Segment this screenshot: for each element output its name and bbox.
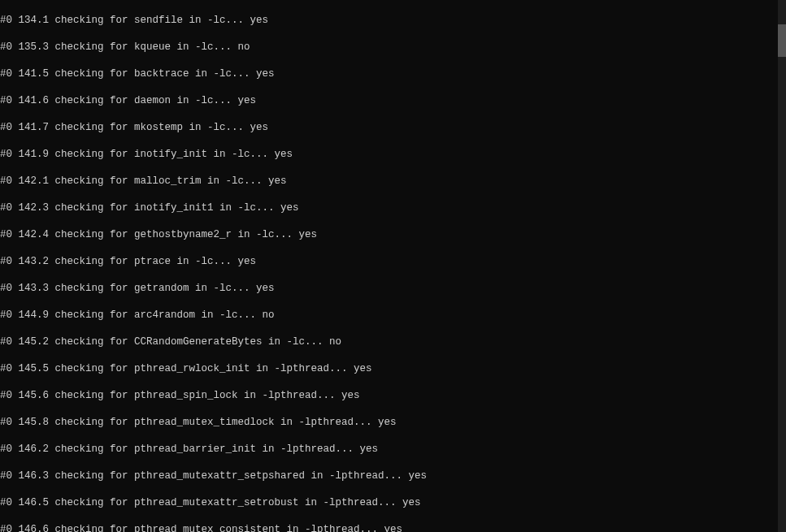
log-line: #0 146.6 checking for pthread_mutex_cons… <box>0 523 778 533</box>
scrollbar-thumb[interactable] <box>778 24 786 57</box>
log-line: #0 145.8 checking for pthread_mutex_time… <box>0 416 778 430</box>
log-line: #0 143.3 checking for getrandom in -lc..… <box>0 282 778 296</box>
terminal-output: #0 134.1 checking for sendfile in -lc...… <box>0 0 778 532</box>
log-line: #0 142.3 checking for inotify_init1 in -… <box>0 201 778 215</box>
log-line: #0 146.5 checking for pthread_mutexattr_… <box>0 496 778 510</box>
log-line: #0 143.2 checking for ptrace in -lc... y… <box>0 255 778 269</box>
log-line: #0 146.3 checking for pthread_mutexattr_… <box>0 469 778 483</box>
log-line: #0 141.5 checking for backtrace in -lc..… <box>0 67 778 81</box>
scrollbar-track[interactable] <box>778 0 786 532</box>
log-line: #0 142.4 checking for gethostbyname2_r i… <box>0 228 778 242</box>
log-line: #0 144.9 checking for arc4random in -lc.… <box>0 309 778 322</box>
log-line: #0 145.2 checking for CCRandomGenerateBy… <box>0 335 778 349</box>
log-line: #0 146.2 checking for pthread_barrier_in… <box>0 443 778 456</box>
log-line: #0 145.5 checking for pthread_rwlock_ini… <box>0 362 778 376</box>
log-line: #0 135.3 checking for kqueue in -lc... n… <box>0 41 778 54</box>
log-line: #0 141.6 checking for daemon in -lc... y… <box>0 94 778 108</box>
log-line: #0 142.1 checking for malloc_trim in -lc… <box>0 175 778 188</box>
log-line: #0 134.1 checking for sendfile in -lc...… <box>0 14 778 28</box>
log-line: #0 141.9 checking for inotify_init in -l… <box>0 148 778 162</box>
log-line: #0 141.7 checking for mkostemp in -lc...… <box>0 121 778 135</box>
log-line: #0 145.6 checking for pthread_spin_lock … <box>0 389 778 403</box>
